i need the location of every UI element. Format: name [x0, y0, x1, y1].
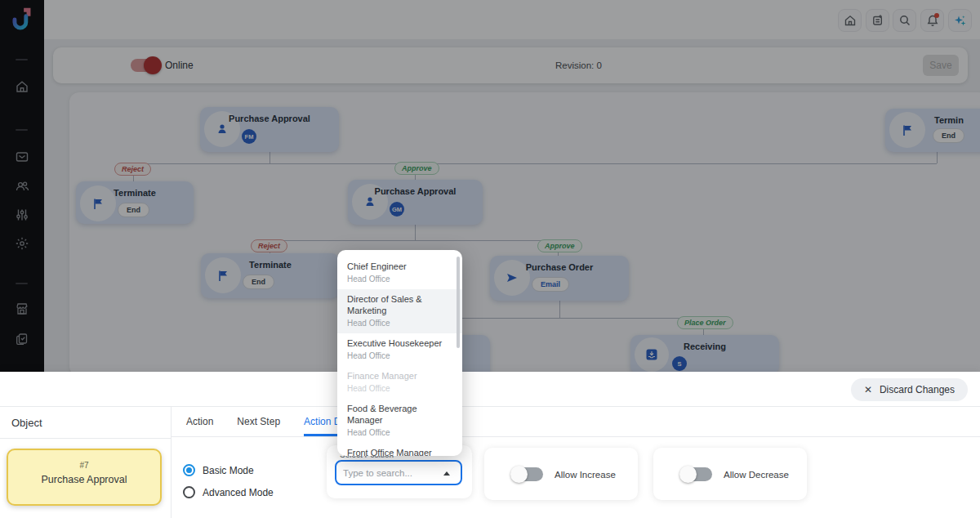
- basic-mode-radio[interactable]: Basic Mode: [183, 464, 254, 476]
- option-name: Chief Engineer: [347, 261, 454, 272]
- object-panel-title: Object: [0, 407, 171, 439]
- discard-changes-label: Discard Changes: [880, 384, 955, 395]
- dropdown-option-finance-manager[interactable]: Finance Manager Head Office: [337, 366, 462, 399]
- toggle-knob: [510, 466, 528, 483]
- allow-decrease-label: Allow Decrease: [724, 470, 789, 480]
- dropdown-option-executive-housekeeper[interactable]: Executive Housekeeper Head Office: [337, 333, 462, 366]
- modal-dim-overlay: [0, 0, 980, 372]
- allow-increase-card: Allow Increase: [484, 448, 638, 500]
- tab-next-step[interactable]: Next Step: [237, 407, 280, 436]
- option-location: Head Office: [347, 318, 454, 328]
- dropdown-option-front-office-manager[interactable]: Front Office Manager Head Office: [337, 443, 462, 456]
- close-icon: ✕: [864, 384, 872, 395]
- option-name: Front Office Manager: [347, 447, 454, 456]
- radio-unselected-icon: [183, 486, 195, 498]
- option-name: Executive Housekeeper: [347, 337, 454, 349]
- object-name: Purchase Approval: [8, 474, 160, 485]
- chevron-up-icon[interactable]: [443, 471, 450, 476]
- option-location: Head Office: [347, 427, 454, 438]
- advanced-mode-radio[interactable]: Advanced Mode: [183, 486, 274, 498]
- app-window: Online Revision: 0 Save Reject Approve R…: [0, 0, 980, 518]
- dropdown-option-director-sales-marketing[interactable]: Director of Sales & Marketing Head Offic…: [337, 289, 462, 333]
- option-location: Head Office: [347, 351, 454, 361]
- discard-changes-button[interactable]: ✕ Discard Changes: [851, 378, 968, 401]
- position-dropdown: Chief Engineer Head Office Director of S…: [337, 250, 462, 456]
- option-location: Head Office: [347, 383, 454, 394]
- toggle-knob: [679, 466, 697, 483]
- allow-decrease-card: Allow Decrease: [653, 448, 807, 500]
- panel-header-row: ✕ Discard Changes: [0, 372, 980, 407]
- radio-selected-icon: [183, 464, 195, 476]
- object-number: #7: [8, 461, 160, 470]
- advanced-mode-label: Advanced Mode: [203, 487, 274, 498]
- option-name: Food & Beverage Manager: [347, 403, 454, 426]
- dropdown-scrollbar[interactable]: [457, 257, 460, 348]
- allow-increase-toggle[interactable]: [512, 467, 543, 481]
- tab-action[interactable]: Action: [186, 407, 213, 436]
- object-editor-panel: ✕ Discard Changes Object #7 Purchase App…: [0, 372, 980, 518]
- dropdown-option-chief-engineer[interactable]: Chief Engineer Head Office: [337, 257, 462, 289]
- option-name: Finance Manager: [347, 370, 454, 382]
- option-location: Head Office: [347, 274, 454, 284]
- basic-mode-label: Basic Mode: [203, 465, 254, 476]
- option-name: Director of Sales & Marketing: [347, 293, 454, 316]
- selected-object-card[interactable]: #7 Purchase Approval: [7, 449, 162, 506]
- allow-decrease-toggle[interactable]: [681, 467, 712, 481]
- object-column: Object #7 Purchase Approval: [0, 407, 172, 518]
- tab-bar: Action Next Step Action De: [172, 407, 980, 437]
- allow-increase-label: Allow Increase: [555, 470, 616, 480]
- dropdown-option-food-beverage-manager[interactable]: Food & Beverage Manager Head Office: [337, 399, 462, 443]
